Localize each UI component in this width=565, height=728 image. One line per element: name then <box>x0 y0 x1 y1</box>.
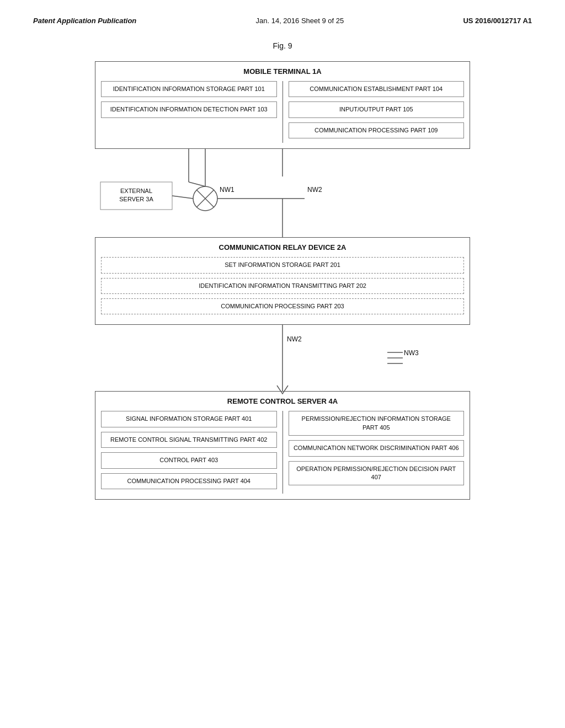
set-info-storage-box: SET INFORMATION STORAGE PART 201 <box>101 257 464 273</box>
remote-server-title: REMOTE CONTROL SERVER 4A <box>101 397 464 405</box>
relay-device-title: COMMUNICATION RELAY DEVICE 2A <box>101 243 464 251</box>
remote-server-left-col: SIGNAL INFORMATION STORAGE PART 401 REMO… <box>101 411 283 494</box>
diagram-area: MOBILE TERMINAL 1A IDENTIFICATION INFORM… <box>33 61 532 500</box>
svg-text:NW2: NW2 <box>307 186 322 194</box>
middle-svg: NW2 NW3 <box>95 325 470 391</box>
svg-text:EXTERNAL: EXTERNAL <box>120 188 152 194</box>
operation-permission-rejection-407-box: OPERATION PERMISSION/REJECTION DECISION … <box>289 461 465 486</box>
page-header: Patent Application Publication Jan. 14, … <box>33 17 532 25</box>
mobile-terminal-title: MOBILE TERMINAL 1A <box>101 67 464 76</box>
middle-space: NW2 NW3 <box>95 325 470 391</box>
comm-processing-404-box: COMMUNICATION PROCESSING PART 404 <box>101 473 277 489</box>
remote-server-box: REMOTE CONTROL SERVER 4A SIGNAL INFORMAT… <box>95 391 470 500</box>
svg-text:NW1: NW1 <box>220 186 234 194</box>
relay-device-box: COMMUNICATION RELAY DEVICE 2A SET INFORM… <box>95 237 470 325</box>
header-right: US 2016/0012717 A1 <box>463 17 532 25</box>
svg-line-12 <box>172 196 193 199</box>
header-left: Patent Application Publication <box>33 17 136 25</box>
comm-establishment-box: COMMUNICATION ESTABLISHMENT PART 104 <box>289 81 465 97</box>
signal-info-storage-401-box: SIGNAL INFORMATION STORAGE PART 401 <box>101 411 277 427</box>
comm-processing-109-box: COMMUNICATION PROCESSING PART 109 <box>289 122 465 138</box>
id-info-transmitting-202-box: IDENTIFICATION INFORMATION TRANSMITTING … <box>101 278 464 294</box>
svg-text:NW2: NW2 <box>287 335 302 343</box>
page: Patent Application Publication Jan. 14, … <box>0 0 565 728</box>
svg-line-14 <box>189 182 205 186</box>
input-output-box: INPUT/OUTPUT PART 105 <box>289 101 465 117</box>
mobile-terminal-left-col: IDENTIFICATION INFORMATION STORAGE PART … <box>101 81 283 143</box>
fig-label: Fig. 9 <box>33 41 532 50</box>
svg-text:NW3: NW3 <box>404 349 419 357</box>
svg-text:SERVER 3A: SERVER 3A <box>119 196 153 202</box>
id-info-storage-box: IDENTIFICATION INFORMATION STORAGE PART … <box>101 81 277 97</box>
header-center: Jan. 14, 2016 Sheet 9 of 25 <box>256 17 344 25</box>
comm-network-discrimination-406-box: COMMUNICATION NETWORK DISCRIMINATION PAR… <box>289 440 465 456</box>
control-part-403-box: CONTROL PART 403 <box>101 452 277 468</box>
mobile-terminal-right-col: COMMUNICATION ESTABLISHMENT PART 104 INP… <box>283 81 465 143</box>
permission-rejection-405-box: PERMISSION/REJECTION INFORMATION STORAGE… <box>289 411 465 436</box>
remote-server-right-col: PERMISSION/REJECTION INFORMATION STORAGE… <box>283 411 465 494</box>
mobile-terminal-box: MOBILE TERMINAL 1A IDENTIFICATION INFORM… <box>95 61 470 149</box>
comm-processing-203-box: COMMUNICATION PROCESSING PART 203 <box>101 298 464 314</box>
network-svg-top: NW1 NW2 EXTERNAL SERVER 3A <box>95 149 470 237</box>
network-section-top: NW1 NW2 EXTERNAL SERVER 3A <box>95 149 470 237</box>
id-info-detection-box: IDENTIFICATION INFORMATION DETECTION PAR… <box>101 101 277 117</box>
remote-control-signal-402-box: REMOTE CONTROL SIGNAL TRANSMITTING PART … <box>101 432 277 448</box>
